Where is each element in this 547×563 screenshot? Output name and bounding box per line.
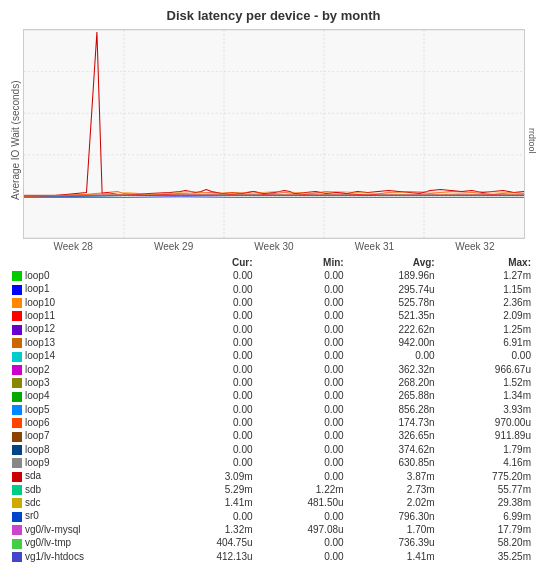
legend-color-box [12,485,22,495]
table-row: loop80.000.00374.62n1.79m [10,443,537,456]
legend-cur: 0.00 [167,282,258,295]
legend-min: 0.00 [259,389,350,402]
legend-max: 3.93m [441,403,537,416]
legend-cur: 0.00 [167,349,258,362]
legend-min: 0.00 [259,469,350,482]
col-header-min: Min: [259,256,350,269]
table-row: sdb5.29m1.22m2.73m55.77m [10,483,537,496]
table-row: loop50.000.00856.28n3.93m [10,403,537,416]
legend-label-cell: loop1 [10,282,167,295]
legend-max: 2.36m [441,296,537,309]
legend-avg: 3.87m [350,469,441,482]
legend-color-box [12,458,22,468]
legend-table: Cur: Min: Avg: Max: loop00.000.00189.96n… [10,256,537,563]
legend-cur: 0.00 [167,296,258,309]
legend-avg: 525.78n [350,296,441,309]
legend-max: 1.15m [441,282,537,295]
legend-min: 0.00 [259,322,350,335]
legend-min: 0.00 [259,336,350,349]
legend-min: 0.00 [259,536,350,549]
legend-min: 0.00 [259,349,350,362]
x-label-week31: Week 31 [324,241,424,252]
legend-cur: 0.00 [167,389,258,402]
legend-label-cell: sdc [10,496,167,509]
table-row: loop20.000.00362.32n966.67u [10,363,537,376]
table-row: loop40.000.00265.88n1.34m [10,389,537,402]
legend-color-box [12,472,22,482]
legend-min: 0.00 [259,550,350,563]
table-row: vg1/lv-htdocs412.13u0.001.41m35.25m [10,550,537,563]
table-row: vg0/lv-tmp404.75u0.00736.39u58.20m [10,536,537,549]
legend-avg: 268.20n [350,376,441,389]
table-row: sda3.09m0.003.87m775.20m [10,469,537,482]
legend-label-cell: loop2 [10,363,167,376]
chart-wrapper: 40 m 30 m 20 m 10 m 0 [23,29,525,252]
x-axis-labels: Week 28 Week 29 Week 30 Week 31 Week 32 [23,239,525,252]
legend-min: 0.00 [259,416,350,429]
y-axis-label: Average IO Wait (seconds) [10,29,21,252]
legend-cur: 5.29m [167,483,258,496]
chart-svg: 40 m 30 m 20 m 10 m 0 [23,29,525,239]
legend-max: 1.34m [441,389,537,402]
legend-min: 0.00 [259,376,350,389]
legend-label-cell: loop4 [10,389,167,402]
legend-avg: 630.85n [350,456,441,469]
legend-color-box [12,498,22,508]
legend-cur: 0.00 [167,429,258,442]
legend-max: 1.25m [441,322,537,335]
legend-cur: 0.00 [167,363,258,376]
legend-max: 1.52m [441,376,537,389]
legend-cur: 404.75u [167,536,258,549]
legend-label-cell: vg1/lv-htdocs [10,550,167,563]
legend-max: 966.67u [441,363,537,376]
legend-min: 0.00 [259,296,350,309]
legend-max: 970.00u [441,416,537,429]
legend-avg: 0.00 [350,349,441,362]
legend-label-cell: vg0/lv-mysql [10,523,167,536]
legend-cur: 0.00 [167,416,258,429]
legend-min: 497.08u [259,523,350,536]
x-label-week29: Week 29 [123,241,223,252]
legend-avg: 265.88n [350,389,441,402]
table-row: loop90.000.00630.85n4.16m [10,456,537,469]
svg-rect-0 [24,30,524,238]
legend-max: 55.77m [441,483,537,496]
legend-avg: 174.73n [350,416,441,429]
table-row: loop130.000.00942.00n6.91m [10,336,537,349]
legend-color-box [12,352,22,362]
legend-avg: 326.65n [350,429,441,442]
legend-label-cell: loop12 [10,322,167,335]
legend-avg: 1.41m [350,550,441,563]
legend-min: 0.00 [259,509,350,522]
legend-cur: 0.00 [167,309,258,322]
legend-cur: 1.32m [167,523,258,536]
legend-cur: 0.00 [167,322,258,335]
legend-max: 911.89u [441,429,537,442]
legend-color-box [12,539,22,549]
legend-max: 1.27m [441,269,537,282]
legend-label-cell: loop10 [10,296,167,309]
legend-cur: 0.00 [167,269,258,282]
legend-label-cell: loop7 [10,429,167,442]
legend-label-cell: sda [10,469,167,482]
col-header-name [10,256,167,269]
legend-cur: 0.00 [167,376,258,389]
legend-min: 1.22m [259,483,350,496]
x-label-week30: Week 30 [224,241,324,252]
legend-avg: 521.35n [350,309,441,322]
legend-cur: 0.00 [167,456,258,469]
legend-label-cell: loop9 [10,456,167,469]
legend-max: 35.25m [441,550,537,563]
table-row: loop70.000.00326.65n911.89u [10,429,537,442]
legend-max: 17.79m [441,523,537,536]
legend-cur: 0.00 [167,443,258,456]
legend-max: 58.20m [441,536,537,549]
chart-container: Disk latency per device - by month Avera… [0,0,547,563]
x-label-week28: Week 28 [23,241,123,252]
legend-label-cell: loop0 [10,269,167,282]
legend-color-box [12,325,22,335]
legend-color-box [12,552,22,562]
legend-max: 4.16m [441,456,537,469]
table-row: sr00.000.00796.30n6.99m [10,509,537,522]
legend-avg: 942.00n [350,336,441,349]
